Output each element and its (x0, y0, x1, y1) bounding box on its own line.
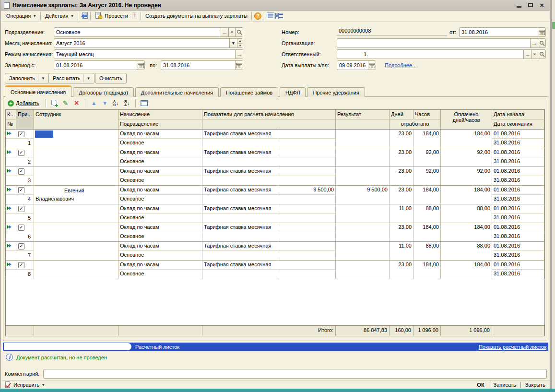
indicator-value-cell[interactable] (278, 242, 336, 251)
delete-row-button[interactable]: × (72, 99, 81, 107)
clear-table-button[interactable]: Очистить (95, 73, 127, 83)
days-cell[interactable]: 23,00 (390, 167, 413, 185)
responsible-field[interactable]: 1. ... × (337, 49, 546, 59)
post-button[interactable]: Провести (93, 11, 130, 21)
column-settings-button[interactable] (140, 99, 149, 107)
calendar-button[interactable] (538, 28, 545, 36)
hours-cell[interactable]: 88,00 (413, 242, 441, 260)
calendar-button[interactable] (235, 61, 243, 70)
details-link[interactable]: Подробнее... (385, 62, 416, 68)
employee-cell[interactable] (34, 261, 118, 279)
result-cell[interactable] (336, 167, 390, 185)
employee-cell[interactable] (34, 167, 118, 185)
date-end-cell[interactable]: 31.08.2016 (492, 157, 544, 166)
sort-descending-button[interactable]: ЯА↓ (123, 99, 131, 107)
division-cell[interactable]: Основное (118, 232, 202, 241)
date-start-cell[interactable]: 01.08.2016 (492, 204, 544, 214)
accrual-cell[interactable]: Оклад по часам (118, 186, 202, 195)
row-flag-cell[interactable]: ✓ (16, 130, 34, 139)
accrual-cell[interactable]: Оклад по часам (118, 167, 202, 176)
pay-date-field[interactable]: 09.09.2016 (337, 60, 376, 70)
employee-cell[interactable] (34, 223, 118, 241)
days-cell[interactable]: 11,00 (390, 204, 413, 223)
result-cell[interactable]: 9 500,00 (336, 186, 390, 204)
month-spinner[interactable]: ▲▼ (237, 39, 243, 48)
close-button[interactable]: Закрыть (520, 382, 550, 388)
division-cell[interactable]: Основное (118, 270, 202, 279)
division-cell[interactable]: Основное (118, 214, 202, 223)
open-button[interactable] (538, 50, 545, 59)
date-end-cell[interactable]: 31.08.2016 (492, 195, 544, 204)
date-end-cell[interactable]: 31.08.2016 (492, 214, 544, 223)
row-flag-cell[interactable]: ✓ (16, 223, 34, 232)
choose-button[interactable]: ... (221, 28, 228, 36)
choose-button[interactable]: ... (523, 50, 531, 59)
header-k[interactable]: К.. (6, 110, 16, 119)
operation-menu[interactable]: Операция ▼ (4, 12, 39, 20)
date-end-cell[interactable]: 31.08.2016 (492, 139, 544, 148)
accrual-cell[interactable]: Оклад по часам (118, 204, 202, 214)
reread-document-button[interactable] (80, 12, 89, 20)
tab-main-accruals[interactable]: Основные начисления (5, 85, 71, 97)
row-flag-cell[interactable]: ✓ (16, 167, 34, 176)
result-cell[interactable] (336, 204, 390, 223)
period-to-field[interactable]: 31.08.2016 (161, 60, 243, 70)
employee-cell[interactable] (34, 242, 118, 260)
date-start-cell[interactable]: 01.08.2016 (492, 242, 544, 251)
spin-up-icon[interactable]: ▲ (237, 39, 243, 43)
result-cell[interactable] (336, 242, 390, 260)
hours-cell[interactable]: 184,00 (413, 186, 441, 204)
division-cell[interactable]: Основное (118, 139, 202, 148)
days-cell[interactable]: 23,00 (390, 130, 413, 148)
date-end-cell[interactable]: 31.08.2016 (492, 251, 544, 260)
hours-cell[interactable]: 92,00 (413, 148, 441, 166)
help-button[interactable]: ? (254, 12, 262, 20)
edit-row-button[interactable]: ✎ (61, 99, 70, 107)
date-start-cell[interactable]: 01.08.2016 (492, 223, 544, 232)
move-down-button[interactable]: ▼ (101, 99, 109, 107)
paid-cell[interactable]: 184,00 (441, 130, 492, 148)
accrual-cell[interactable]: Оклад по часам (118, 242, 202, 251)
indicator-value-cell[interactable] (278, 130, 336, 139)
move-up-button[interactable]: ▲ (90, 99, 98, 107)
indicator-cell[interactable]: Тарифная ставка месячная (202, 130, 278, 139)
doc-date-field[interactable]: 31.08.2016 (459, 27, 546, 37)
indicator-cell[interactable]: Тарифная ставка месячная (202, 186, 278, 195)
employee-cell[interactable] (34, 130, 118, 148)
show-payslip-link[interactable]: Показать расчетный листок (479, 344, 546, 350)
tab-additional-accruals[interactable]: Дополнительные начисления (135, 87, 219, 97)
calculate-button[interactable]: Рассчитать ▼ (48, 73, 94, 83)
header-accrual[interactable]: Начисление (118, 110, 202, 119)
fill-button[interactable]: Заполнить ▼ (5, 73, 49, 83)
table-row[interactable]: ✓ 8 Оклад по часам Основное Тарифная ста… (6, 261, 544, 279)
header-days[interactable]: Дней (390, 110, 413, 119)
days-cell[interactable]: 11,00 (390, 242, 413, 260)
row-flag-cell[interactable]: ✓ (16, 186, 34, 195)
calendar-button[interactable] (368, 61, 376, 70)
result-cell[interactable] (336, 223, 390, 241)
accrual-cell[interactable]: Оклад по часам (118, 130, 202, 139)
header-division[interactable]: Подразделение (118, 119, 202, 129)
indicator-value-cell[interactable] (278, 261, 336, 270)
row-checkbox-checked[interactable]: ✓ (18, 225, 24, 231)
date-end-cell[interactable]: 31.08.2016 (492, 176, 544, 185)
row-checkbox-checked[interactable]: ✓ (18, 150, 24, 156)
table-row[interactable]: ✓ 2 Оклад по часам Основное Тарифная ста… (6, 148, 544, 167)
hours-cell[interactable]: 184,00 (413, 130, 441, 148)
date-start-cell[interactable]: 01.08.2016 (492, 261, 544, 270)
header-number[interactable]: № (6, 119, 16, 129)
days-cell[interactable]: 23,00 (390, 261, 413, 279)
spin-down-icon[interactable]: ▼ (237, 43, 243, 48)
indicator-cell[interactable]: Тарифная ставка месячная (202, 261, 278, 270)
date-start-cell[interactable]: 01.08.2016 (492, 167, 544, 176)
table-row[interactable]: ✓ 7 Оклад по часам Основное Тарифная ста… (6, 242, 544, 261)
date-start-cell[interactable]: 01.08.2016 (492, 148, 544, 157)
row-flag-cell[interactable]: ✓ (16, 242, 34, 251)
organization-field[interactable]: ... (337, 38, 546, 48)
tab-other-deductions[interactable]: Прочие удержания (307, 87, 365, 97)
days-cell[interactable]: 23,00 (390, 186, 413, 204)
employee-cell[interactable]: Евгений Владиславович (34, 186, 118, 204)
row-checkbox-checked[interactable]: ✓ (18, 187, 24, 193)
accrual-cell[interactable]: Оклад по часам (118, 223, 202, 232)
minimize-icon[interactable] (517, 6, 521, 8)
